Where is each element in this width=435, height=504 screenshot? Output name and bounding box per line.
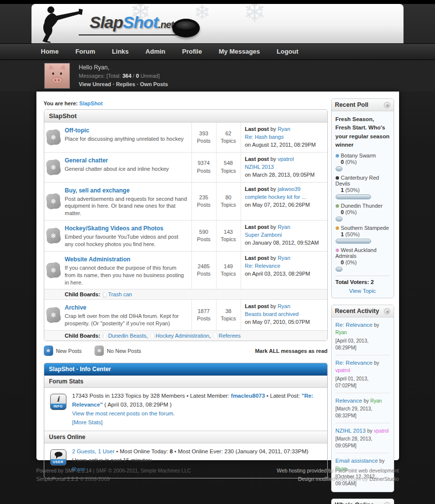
nav-item-profile[interactable]: Profile [174, 44, 210, 60]
nav-item-forum[interactable]: Forum [67, 44, 103, 60]
simpleportal-copyright: © 2008-2009 [80, 476, 110, 482]
last-post-topic-link[interactable]: complete hockey kit for ... [245, 194, 307, 200]
poll-bar [336, 267, 342, 272]
avatar-pig-ear [47, 63, 55, 70]
board-description: Place for discussing anything unrelated … [65, 135, 187, 143]
breadcrumb-label: You are here: [44, 100, 78, 106]
poll-bullet-icon [336, 204, 339, 208]
last-post-topic-link[interactable]: Beasts board archived [245, 311, 299, 317]
last-post-topic-link[interactable]: Re: Hash bangs [245, 134, 284, 140]
activity-topic-link[interactable]: NZIHL 2013 [336, 428, 366, 434]
user-avatar [44, 63, 70, 89]
board-description: Post advertisements and requests for sec… [65, 195, 187, 218]
nav-item-links[interactable]: Links [104, 44, 137, 60]
last-post-topic-link[interactable]: NZIHL 2013 [245, 164, 274, 170]
recent-posts-link[interactable]: View the most recent posts on the forum. [72, 410, 175, 416]
board-link[interactable]: Archive [65, 304, 87, 311]
board-link[interactable]: Off-topic [65, 127, 90, 134]
collapse-icon[interactable] [384, 502, 390, 504]
own-posts-link[interactable]: Own Posts [140, 81, 168, 87]
last-post-author-link[interactable]: Ryan [278, 255, 290, 261]
collapse-icon[interactable] [384, 308, 390, 315]
board-status-icon: ❄ [47, 160, 60, 175]
more-stats-link[interactable]: [More Stats] [72, 419, 103, 425]
board-topics-count: 149Topics [216, 252, 241, 289]
board-link[interactable]: Hockey/Skating Videos and Photos [65, 225, 164, 232]
activity-date: [March 28, 2013, 09:05PM] [336, 436, 390, 449]
last-post-author-link[interactable]: Ryan [278, 126, 290, 132]
view-topic-link[interactable]: View Topic [349, 288, 376, 294]
child-board-link[interactable]: Referees [218, 333, 241, 339]
mark-all-read-link[interactable]: Mark ALL messages as read [255, 348, 327, 354]
nav-item-admin[interactable]: Admin [137, 44, 174, 60]
recent-activity-title: Recent Activity [335, 308, 379, 315]
main-nav: Home Forum Links Admin Profile My Messag… [0, 43, 435, 60]
board-link[interactable]: Website Administration [65, 256, 130, 263]
page: ❄ ❄ ❄ SlapShot.net.nz Home Forum [0, 0, 435, 504]
last-post-date: on April 03, 2013, 08:29PM [245, 271, 311, 277]
board-posts-count: 2485Posts [191, 252, 216, 289]
activity-user-link[interactable]: vpatrol [374, 428, 389, 434]
smf-link[interactable]: Powered by SMF 1.1.14 [36, 468, 92, 473]
by-label: by [379, 458, 385, 464]
board-description: General chatter about ice and inline hoc… [65, 165, 187, 173]
last-post-author-link[interactable]: vpatrol [278, 156, 294, 162]
poll-bar [336, 166, 342, 171]
latest-member-link[interactable]: fmacleu8073 [231, 393, 265, 399]
board-doc-icon [103, 334, 107, 338]
new-posts-icon: ❄ [44, 346, 53, 356]
user-greeting: Hello Ryan, [79, 63, 168, 72]
poll-option-votes: 0 (0%) [336, 259, 390, 265]
activity-user-link[interactable]: Ryan [336, 330, 347, 335]
category-title: SlapShot [44, 110, 327, 123]
activity-user-link[interactable]: vpatrol [336, 368, 350, 373]
user-quick-links: View Unread · Replies · Own Posts [79, 80, 168, 89]
last-post-topic-link[interactable]: Re: Relevance [245, 263, 280, 269]
activity-topic-link[interactable]: Relevance [336, 398, 362, 404]
by-label: by [270, 255, 276, 261]
by-label: by [270, 224, 276, 230]
replies-link[interactable]: Replies [116, 81, 135, 87]
board-row: ❄ Buy, sell and exchange Post advertisem… [44, 183, 327, 221]
child-board-link[interactable]: Hockey Administration [155, 333, 209, 339]
board-status-icon: ❄ [47, 194, 60, 209]
smf-copyright: | SMF © 2006-2011, Simple Machines LLC [93, 468, 191, 473]
poll-option: Southern Stampede 1 (50%) [336, 225, 390, 244]
last-post-author-link[interactable]: jakwoo39 [278, 186, 300, 192]
separator: , [146, 333, 148, 339]
view-unread-link[interactable]: View Unread [79, 81, 111, 87]
last-post-author-link[interactable]: Ryan [278, 224, 290, 230]
board-last-post: Last post by Ryan Re: Relevance on April… [241, 252, 327, 289]
board-row: ❄ Archive Crap left over from the old DI… [44, 300, 327, 331]
board-doc-icon [214, 334, 217, 338]
board-topics-count: 38Topics [216, 300, 241, 330]
board-link[interactable]: General chatter [65, 157, 108, 164]
forum-stats-body: i INFO 17343 Posts in 1233 Topics by 328… [44, 388, 327, 431]
activity-topic-link[interactable]: Re: Relevance [336, 322, 373, 328]
dzinerstudio-link[interactable]: DzinerStudio [369, 476, 399, 482]
messages-prefix: Messages: [Total: [79, 73, 121, 79]
poll-option-label: Dunedin Thunder [341, 203, 383, 209]
poll-bar [336, 239, 371, 244]
last-post-topic-link[interactable]: Super Zamboni [245, 232, 282, 238]
board-description: Embed your favourite YouTube videos and … [65, 233, 187, 248]
collapse-icon[interactable] [384, 102, 390, 108]
nav-item-my-messages[interactable]: My Messages [210, 44, 268, 60]
nav-item-logout[interactable]: Logout [268, 44, 307, 60]
guests-users-link[interactable]: 2 Guests, 1 User [72, 448, 115, 454]
simpleportal-link[interactable]: SimplePortal 2.2.2 [36, 476, 79, 482]
child-board-link[interactable]: Trash can [108, 291, 132, 297]
board-link[interactable]: Buy, sell and exchange [65, 187, 130, 194]
activity-topic-link[interactable]: Email assistance [336, 458, 378, 464]
no-new-posts-icon: ❄ [94, 346, 104, 356]
pixopoint-link[interactable]: PixoPoint web development [335, 468, 399, 473]
nav-item-home[interactable]: Home [32, 44, 67, 60]
board-last-post: Last post by jakwoo39 complete hockey ki… [241, 183, 327, 220]
recent-activity-item: Re: Relevance by vpatrol [April 01, 2013… [336, 355, 390, 393]
last-post-author-link[interactable]: Ryan [278, 303, 290, 309]
child-board-link[interactable]: Dunedin Beasts [108, 333, 147, 339]
activity-user-link[interactable]: Ryan [371, 398, 382, 404]
breadcrumb-link-slapshot[interactable]: SlapShot [79, 100, 103, 106]
recent-activity-item: NZIHL 2013 by vpatrol [March 28, 2013, 0… [336, 423, 390, 453]
activity-topic-link[interactable]: Re: Relevance [336, 360, 373, 366]
